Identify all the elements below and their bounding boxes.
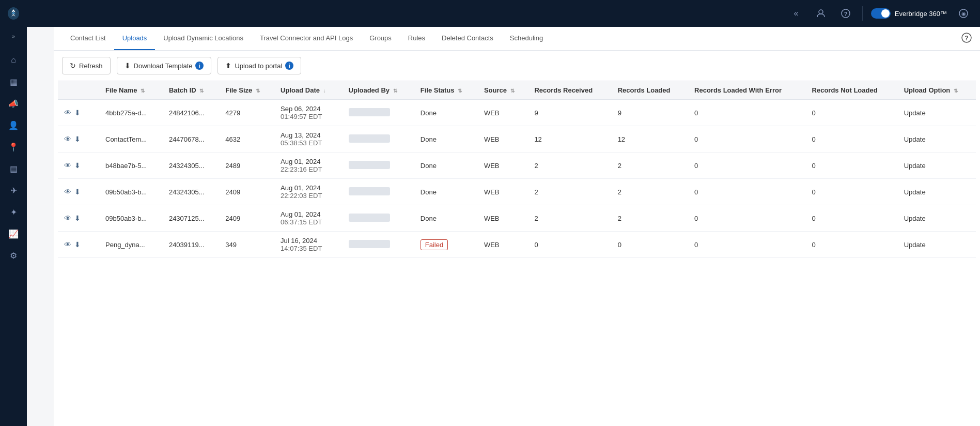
download-file-icon[interactable]: ⬇ bbox=[74, 135, 81, 143]
refresh-icon: ↻ bbox=[70, 62, 76, 70]
everbridge-label: Everbridge 360™ bbox=[895, 10, 947, 18]
col-file-size[interactable]: File Size ⇅ bbox=[219, 81, 274, 100]
view-contacts-icon[interactable]: 👁 bbox=[64, 161, 71, 170]
cell-file-size: 349 bbox=[219, 232, 274, 258]
refresh-button[interactable]: ↻ Refresh bbox=[62, 57, 111, 74]
nav-settings[interactable]: ⚙ bbox=[2, 245, 25, 266]
nav-contacts[interactable]: 👤 bbox=[2, 115, 25, 135]
upload-to-portal-label: Upload to portal bbox=[235, 62, 282, 70]
tab-deleted-contacts[interactable]: Deleted Contacts bbox=[433, 27, 502, 50]
col-source[interactable]: Source ⇅ bbox=[478, 81, 528, 100]
upload-date-line1: Jul 16, 2024 bbox=[281, 237, 336, 245]
tab-upload-dynamic-locations[interactable]: Upload Dynamic Locations bbox=[155, 27, 252, 50]
sort-file-name-icon: ⇅ bbox=[141, 88, 145, 94]
upload-date-line2: 22:22:03 EDT bbox=[281, 192, 336, 200]
col-file-status[interactable]: File Status ⇅ bbox=[414, 81, 478, 100]
file-actions-group: 👁 ⬇ bbox=[64, 109, 93, 117]
view-contacts-icon[interactable]: 👁 bbox=[64, 214, 71, 222]
nav-reports[interactable]: ▤ bbox=[2, 158, 25, 179]
line-chart-icon: 📈 bbox=[8, 229, 19, 239]
cell-records-received: 2 bbox=[528, 153, 611, 179]
everbridge-toggle[interactable]: Everbridge 360™ bbox=[871, 8, 947, 19]
cell-source: WEB bbox=[478, 100, 528, 126]
toggle-switch[interactable] bbox=[871, 8, 891, 19]
cell-file-name: 09b50ab3-b... bbox=[99, 205, 163, 232]
view-contacts-icon[interactable]: 👁 bbox=[64, 188, 71, 196]
nav-analytics[interactable]: ✦ bbox=[2, 202, 25, 222]
nav-home[interactable]: ⌂ bbox=[2, 50, 25, 70]
col-upload-option[interactable]: Upload Option ⇅ bbox=[898, 81, 976, 100]
tab-travel-connector[interactable]: Travel Connector and API Logs bbox=[252, 27, 361, 50]
table-row: 👁 ⬇ 4bbb275a-d...24842106...4279Sep 06, … bbox=[58, 100, 976, 126]
tabs-help-icon[interactable]: ? bbox=[961, 33, 972, 45]
sidebar: » ⌂ ▦ 📣 👤 📍 ▤ ✈ ✦ 📈 ⚙ bbox=[0, 0, 27, 426]
app-logo[interactable] bbox=[0, 0, 27, 27]
tab-scheduling[interactable]: Scheduling bbox=[502, 27, 551, 50]
notifications-icon[interactable]: ◉ bbox=[955, 5, 972, 22]
cell-file-status: Done bbox=[414, 153, 478, 179]
view-contacts-icon[interactable]: 👁 bbox=[64, 240, 71, 249]
cell-records-loaded-with-error: 0 bbox=[688, 100, 805, 126]
collapse-button[interactable]: » bbox=[0, 27, 27, 45]
download-icon: ⬇ bbox=[125, 62, 131, 70]
tab-contact-list[interactable]: Contact List bbox=[62, 27, 114, 50]
table-row: 👁 ⬇ b48bae7b-5...24324305...2489Aug 01, … bbox=[58, 153, 976, 179]
upload-to-portal-info-icon[interactable]: i bbox=[285, 62, 293, 70]
download-file-icon[interactable]: ⬇ bbox=[74, 109, 81, 117]
nav-dashboard[interactable]: ▦ bbox=[2, 71, 25, 92]
cell-file-size: 2409 bbox=[219, 179, 274, 205]
cell-file-status: Done bbox=[414, 205, 478, 232]
cell-batch-id: 24842106... bbox=[163, 100, 219, 126]
nav-charts[interactable]: 📈 bbox=[2, 223, 25, 244]
table-row: 👁 ⬇ 09b50ab3-b...24307125...2409Aug 01, … bbox=[58, 205, 976, 232]
main-content: Contact List Uploads Upload Dynamic Loca… bbox=[54, 27, 980, 426]
cell-file-name: ContactTem... bbox=[99, 126, 163, 153]
upload-date-line1: Aug 01, 2024 bbox=[281, 210, 336, 218]
cell-records-received: 9 bbox=[528, 100, 611, 126]
sort-uploaded-by-icon: ⇅ bbox=[393, 88, 397, 94]
status-done-label: Done bbox=[421, 215, 437, 222]
double-chevron-icon: » bbox=[12, 33, 15, 39]
nav-integrations[interactable]: ✈ bbox=[2, 180, 25, 201]
help-icon[interactable]: ? bbox=[837, 5, 854, 22]
col-file-name[interactable]: File Name ⇅ bbox=[99, 81, 163, 100]
tab-groups[interactable]: Groups bbox=[361, 27, 400, 50]
col-upload-date[interactable]: Upload Date ↓ bbox=[274, 81, 342, 100]
download-template-info-icon[interactable]: i bbox=[195, 62, 204, 70]
download-file-icon[interactable]: ⬇ bbox=[74, 188, 81, 196]
col-actions bbox=[58, 81, 99, 100]
toggle-knob bbox=[881, 9, 890, 18]
col-records-loaded-with-error: Records Loaded With Error bbox=[688, 81, 805, 100]
back-icon[interactable]: « bbox=[788, 5, 804, 22]
col-uploaded-by[interactable]: Uploaded By ⇅ bbox=[343, 81, 414, 100]
cell-uploaded-by bbox=[343, 126, 414, 153]
row-actions: 👁 ⬇ bbox=[58, 232, 99, 258]
cell-records-not-loaded: 0 bbox=[806, 126, 898, 153]
view-contacts-icon[interactable]: 👁 bbox=[64, 135, 71, 143]
upload-to-portal-button[interactable]: ⬆ Upload to portal i bbox=[217, 57, 301, 74]
col-batch-id[interactable]: Batch ID ⇅ bbox=[163, 81, 219, 100]
tab-uploads[interactable]: Uploads bbox=[114, 27, 155, 50]
tab-rules[interactable]: Rules bbox=[400, 27, 433, 50]
cell-records-received: 0 bbox=[528, 232, 611, 258]
download-file-icon[interactable]: ⬇ bbox=[74, 161, 81, 170]
cell-source: WEB bbox=[478, 179, 528, 205]
cell-records-loaded: 12 bbox=[612, 126, 688, 153]
download-file-icon[interactable]: ⬇ bbox=[74, 240, 81, 249]
cell-uploaded-by bbox=[343, 100, 414, 126]
row-actions: 👁 ⬇ bbox=[58, 100, 99, 126]
table-body: 👁 ⬇ 4bbb275a-d...24842106...4279Sep 06, … bbox=[58, 100, 976, 258]
user-icon[interactable] bbox=[813, 5, 829, 22]
view-contacts-icon[interactable]: 👁 bbox=[64, 109, 71, 117]
cell-records-not-loaded: 0 bbox=[806, 100, 898, 126]
download-template-button[interactable]: ⬇ Download Template i bbox=[117, 57, 212, 74]
nav-campaigns[interactable]: 📣 bbox=[2, 93, 25, 114]
nav-locations[interactable]: 📍 bbox=[2, 136, 25, 157]
download-file-icon[interactable]: ⬇ bbox=[74, 214, 81, 222]
cell-file-size: 4279 bbox=[219, 100, 274, 126]
cell-file-size: 4632 bbox=[219, 126, 274, 153]
sort-source-icon: ⇅ bbox=[510, 88, 515, 94]
status-failed-badge: Failed bbox=[421, 239, 448, 250]
cell-source: WEB bbox=[478, 126, 528, 153]
uploaded-by-value bbox=[349, 134, 390, 143]
